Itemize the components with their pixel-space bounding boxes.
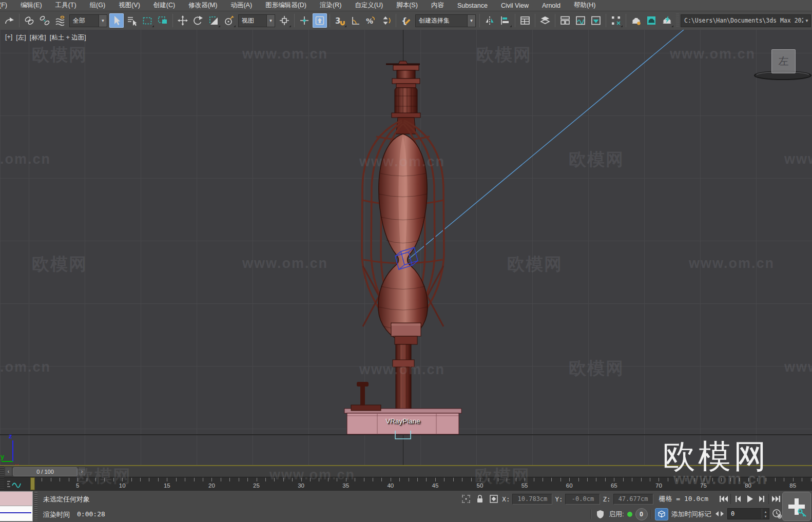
menu-item-13[interactable]: 内容 bbox=[424, 0, 451, 11]
menu-item-15[interactable]: Civil View bbox=[494, 1, 535, 11]
rect-selection-region-icon[interactable] bbox=[140, 13, 154, 28]
base-accessory bbox=[351, 382, 381, 411]
toggle-scene-explorer-icon[interactable] bbox=[538, 13, 552, 28]
play-button[interactable] bbox=[744, 493, 756, 505]
layer-explorer-icon[interactable] bbox=[518, 13, 532, 28]
add-time-tag-label[interactable]: 添加时间标记 bbox=[671, 510, 711, 519]
toolbar-separator bbox=[515, 14, 515, 27]
dope-sheet-icon[interactable] bbox=[589, 13, 603, 28]
frame-tick bbox=[51, 478, 51, 481]
select-and-place-icon[interactable] bbox=[222, 13, 236, 28]
go-to-start-button[interactable] bbox=[718, 493, 729, 505]
rendered-frame-window-icon[interactable] bbox=[644, 13, 659, 28]
menu-item-11[interactable]: 自定义(U) bbox=[348, 0, 390, 11]
select-and-rotate-icon[interactable] bbox=[191, 13, 205, 28]
listener-resize-grip[interactable] bbox=[34, 492, 37, 521]
selection-filter-dropdown[interactable]: 全部▼ bbox=[69, 14, 107, 27]
menu-item-9[interactable]: 图形编辑器(D) bbox=[259, 0, 313, 11]
menu-item-1[interactable]: 文件(F) bbox=[0, 0, 14, 11]
spinner-snap-icon[interactable] bbox=[379, 13, 393, 28]
frame-tick-label: 25 bbox=[253, 482, 260, 489]
menu-item-17[interactable]: 帮助(H) bbox=[567, 0, 602, 11]
select-object-icon[interactable] bbox=[109, 13, 124, 28]
shield-icon[interactable] bbox=[594, 509, 606, 520]
reference-coordinate-dropdown[interactable]: 视图▼ bbox=[238, 14, 275, 27]
angle-snap-icon[interactable] bbox=[348, 13, 362, 28]
schematic-view-icon[interactable] bbox=[609, 13, 623, 28]
previous-frame-button[interactable] bbox=[732, 493, 744, 505]
toolbar-grip[interactable] bbox=[676, 13, 679, 28]
menu-item-16[interactable]: Arnold bbox=[535, 1, 567, 11]
keyboard-shortcut-override-icon[interactable] bbox=[313, 13, 327, 28]
snap-toggle-3d-icon[interactable]: 3 bbox=[333, 13, 347, 28]
chevron-down-icon[interactable]: ▼ bbox=[99, 15, 107, 27]
chevron-down-icon[interactable]: ▼ bbox=[266, 15, 275, 27]
menu-item-12[interactable]: 脚本(S) bbox=[390, 0, 424, 11]
link-icon[interactable] bbox=[22, 13, 36, 28]
previous-frame-arrow-button[interactable]: ‹ bbox=[5, 467, 12, 476]
select-by-name-icon[interactable] bbox=[125, 13, 139, 28]
transform-gizmo-icon[interactable] bbox=[460, 493, 472, 505]
selection-lock-icon[interactable] bbox=[474, 493, 486, 505]
chevron-down-icon[interactable]: ▼ bbox=[467, 15, 475, 27]
menu-item-2[interactable]: 编辑(E) bbox=[14, 0, 49, 11]
menu-item-5[interactable]: 视图(V) bbox=[112, 0, 147, 11]
next-frame-arrow-button[interactable]: › bbox=[78, 467, 86, 476]
menu-item-7[interactable]: 修改器(M) bbox=[182, 0, 224, 11]
menu-item-8[interactable]: 动画(A) bbox=[224, 0, 259, 11]
viewport-menu-general[interactable]: [+] bbox=[5, 33, 12, 42]
curve-editor-icon[interactable] bbox=[573, 13, 588, 28]
track-bar-grip[interactable] bbox=[0, 477, 4, 491]
viewport-menu-shading[interactable]: [粘土 + 边面] bbox=[50, 33, 86, 42]
chevron-down-icon[interactable]: ▼ bbox=[803, 15, 810, 27]
menu-item-10[interactable]: 渲染(R) bbox=[313, 0, 348, 11]
mirror-icon[interactable] bbox=[482, 13, 497, 28]
select-and-move-icon[interactable] bbox=[176, 13, 190, 28]
unlink-icon[interactable] bbox=[37, 13, 52, 28]
select-and-manipulate-icon[interactable] bbox=[297, 13, 312, 28]
viewport-left[interactable]: [+] [左] [标准] [粘土 + 边面] bbox=[0, 30, 812, 465]
key-mode-icon[interactable] bbox=[714, 508, 725, 519]
current-frame-field[interactable]: 0 ▲▼ bbox=[727, 508, 769, 519]
frame-spinner[interactable]: ▲▼ bbox=[762, 509, 769, 519]
viewport-menu-render-preset[interactable]: [标准] bbox=[30, 33, 46, 42]
go-to-end-button[interactable] bbox=[770, 493, 782, 505]
percent-snap-icon[interactable]: % bbox=[363, 13, 378, 28]
window-crossing-icon[interactable] bbox=[156, 13, 170, 28]
menu-item-14[interactable]: Substance bbox=[451, 1, 494, 11]
project-folder-dropdown[interactable]: C:\Users\Han\Documents\3ds Max 2022▼ bbox=[681, 14, 811, 27]
y-coord-field[interactable]: -0.0cm bbox=[565, 494, 600, 505]
absolute-mode-icon[interactable] bbox=[488, 493, 499, 505]
menu-item-4[interactable]: 组(G) bbox=[83, 0, 112, 11]
named-selection-sets-dropdown[interactable]: 创建选择集▼ bbox=[415, 14, 476, 27]
render-production-icon[interactable] bbox=[660, 13, 674, 28]
edit-named-selection-sets-icon[interactable]: { bbox=[399, 13, 413, 28]
toggle-ribbon-icon[interactable] bbox=[558, 13, 572, 28]
zero-badge-button[interactable]: 0 bbox=[635, 508, 648, 520]
toolbar-separator bbox=[294, 14, 295, 27]
current-frame-marker[interactable] bbox=[30, 477, 35, 490]
menu-item-3[interactable]: 工具(T) bbox=[49, 0, 83, 11]
select-and-scale-icon[interactable] bbox=[206, 13, 221, 28]
time-tag-cube-icon[interactable] bbox=[655, 508, 668, 520]
render-setup-icon[interactable] bbox=[629, 13, 643, 28]
viewcube[interactable]: 左 bbox=[771, 49, 796, 73]
set-key-plus-icon[interactable] bbox=[782, 492, 811, 521]
bind-spacewarp-icon[interactable] bbox=[53, 13, 67, 28]
menu-item-6[interactable]: 创建(C) bbox=[147, 0, 182, 11]
x-coord-field[interactable]: 10.783cm bbox=[512, 494, 552, 505]
use-pivot-center-icon[interactable] bbox=[277, 13, 292, 28]
mini-curve-editor-button[interactable] bbox=[6, 478, 27, 489]
next-frame-button[interactable] bbox=[756, 493, 767, 505]
time-slider-grip[interactable] bbox=[0, 466, 4, 477]
clock-gear-icon[interactable] bbox=[771, 508, 783, 519]
maxscript-mini-listener[interactable] bbox=[0, 491, 33, 521]
viewport-menu-pov[interactable]: [左] bbox=[16, 33, 26, 42]
listener-pane[interactable] bbox=[0, 506, 33, 521]
time-slider-handle[interactable]: 0 / 100 bbox=[13, 467, 78, 476]
redo-icon[interactable] bbox=[2, 13, 16, 28]
macro-recorder-pane[interactable] bbox=[0, 491, 33, 506]
track-bar[interactable]: 0510152025303540455055606570758085 bbox=[0, 477, 812, 491]
align-icon[interactable] bbox=[498, 13, 512, 28]
z-coord-field[interactable]: 47.677cm bbox=[613, 494, 653, 505]
